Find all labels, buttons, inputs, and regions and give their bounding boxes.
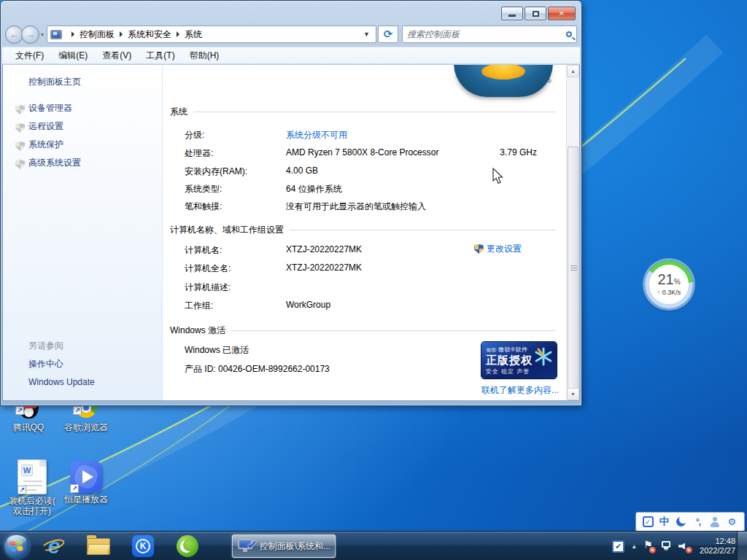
address-bar[interactable]: 控制面板 系统和安全 系统 ▼ [47,26,376,43]
menu-file[interactable]: 文件(F) [8,47,51,64]
row-label: 计算机名: [185,244,222,257]
row-label: 安装内存(RAM): [185,166,247,178]
chinese-mode-icon[interactable]: 中 [659,516,670,528]
desktop-icon-qq[interactable]: ↗ 腾讯QQ [9,405,47,432]
breadcrumb-item-system[interactable]: 系统 [185,28,202,41]
clock[interactable]: 12:48 2022/2/27 [700,537,735,556]
vertical-scrollbar[interactable]: ▲ ▼ [566,65,579,400]
refresh-button[interactable]: ⟳ [378,26,398,43]
taskbar-k-app-icon[interactable]: K [128,532,158,560]
breadcrumb-item-system-security[interactable]: 系统和安全 [128,28,171,41]
active-task-label: 控制面板\系统和... [260,540,330,553]
shield-icon [15,105,25,114]
row-label: 处理器: [185,147,213,160]
settings-gear-icon[interactable]: ⚙ [726,516,738,528]
shortcut-arrow-icon: ↗ [70,484,79,493]
see-also-header: 另请参阅 [28,340,63,352]
sidebar-item-system-protection[interactable]: 系统保护 [28,139,63,151]
desktop-icon-label: 装机后必读(双击打开) [7,496,57,516]
upload-arrow-icon: ↑ [657,289,661,296]
product-id: 产品 ID: 00426-OEM-8992662-00173 [185,363,330,376]
uac-shield-icon [474,244,484,254]
desktop-icon-player[interactable]: ↗ 恒星播放器 [61,461,111,505]
active-task-button[interactable]: ✔ 控制面板\系统和... [232,534,336,558]
clock-time: 12:48 [700,537,735,546]
recent-pages-chevron-icon[interactable]: ▾ [41,31,44,38]
scroll-down-button[interactable]: ▼ [567,388,579,400]
section-header-activation: Windows 激活 [170,324,556,337]
section-header-system: 系统 [170,106,556,118]
taskbar-ie-icon[interactable]: e [39,532,69,560]
row-label: 计算机描述: [185,281,231,294]
menu-view[interactable]: 查看(V) [95,47,139,64]
volume-muted-icon[interactable]: ✕ [678,541,690,552]
sidebar-item-advanced-settings[interactable]: 高级系统设置 [28,157,81,169]
qq-icon: ↗ [15,405,42,421]
sidebar-item-action-center[interactable]: 操作中心 [28,358,63,370]
rating-unavailable-link[interactable]: 系统分级不可用 [286,129,347,141]
menu-help[interactable]: 帮助(H) [182,47,227,64]
network-icon[interactable] [660,541,672,551]
badge-line1: 使用微软®软件 [486,346,533,354]
processor-speed: 3.79 GHz [500,147,537,158]
close-button[interactable]: ✕ [548,7,576,20]
breadcrumb-item-control-panel[interactable]: 控制面板 [80,28,115,41]
address-dropdown-icon[interactable]: ▼ [360,31,373,38]
learn-more-link[interactable]: 联机了解更多内容... [481,384,559,397]
punctuation-icon[interactable]: °, [692,516,704,528]
title-bar[interactable] [1,1,581,24]
breadcrumb-arrow-icon [120,31,123,37]
desktop-icon-readme[interactable]: W ↗ 装机后必读(双击打开) [7,459,57,516]
ime-logo-icon[interactable]: ✓ [643,516,654,527]
sidebar-item-windows-update[interactable]: Windows Update [28,377,95,387]
taskbar-green-browser-icon[interactable] [173,532,202,560]
search-icon[interactable] [566,31,572,37]
restore-button[interactable] [525,7,546,20]
control-panel-icon [50,30,62,39]
search-input[interactable] [407,29,566,39]
change-settings-link[interactable]: 更改设置 [474,243,522,255]
player-icon: ↗ [70,461,102,493]
show-desktop-button[interactable] [737,532,747,560]
shield-icon [15,160,25,169]
minimize-button[interactable] [501,7,523,20]
computer-fullname-value: XTZJ-20220227MK [286,262,362,273]
computer-name-value: XTZJ-20220227MK [286,244,362,254]
menu-tools[interactable]: 工具(T) [139,47,182,64]
input-method-bar[interactable]: ✓ 中 °, ⚙ [635,512,745,532]
menu-bar: 文件(F) 编辑(E) 查看(V) 工具(T) 帮助(H) [2,47,580,64]
desktop-icon-chrome[interactable]: ↗ 谷歌浏览器 [64,405,108,432]
desktop-icon-label: 恒星播放器 [61,494,111,505]
action-center-flag-icon[interactable]: ✕ [643,541,654,552]
net-speed-gauge[interactable]: 21% ↑ 0.3K/s [645,260,693,308]
sidebar-item-remote-settings[interactable]: 远程设置 [28,120,63,133]
explorer-window: ✕ ← → ▾ 控制面板 系统和安全 系统 ▼ ⟳ 文件(F) [0,0,582,406]
sidebar-item-device-manager[interactable]: 设备管理器 [28,102,72,114]
tray-check-icon[interactable]: ✔ [612,540,624,553]
search-box[interactable] [402,26,577,43]
section-header-computer-name: 计算机名称、域和工作组设置 [170,224,556,236]
taskbar-explorer-icon[interactable] [84,532,113,560]
show-hidden-icons-button[interactable]: ▲ [631,543,637,550]
chrome-icon: ↗ [73,405,99,421]
genuine-microsoft-badge[interactable]: 使用微软®软件 正版授权 安全 稳定 声誉 [481,342,557,378]
fullwidth-moon-icon[interactable] [676,516,687,528]
gauge-speed: ↑ 0.3K/s [657,289,681,296]
sidebar-item-control-panel-home[interactable]: 控制面板主页 [28,76,81,88]
start-button[interactable] [4,534,29,559]
desktop-icon-label: 腾讯QQ [9,422,47,432]
menu-edit[interactable]: 编辑(E) [51,47,95,64]
pen-touch-value: 没有可用于此显示器的笔或触控输入 [286,201,426,213]
row-label: 笔和触摸: [185,201,222,213]
shortcut-arrow-icon: ↗ [73,406,82,415]
windows-logo-orb: ® [454,65,553,97]
breadcrumb-arrow-icon [177,31,179,37]
breadcrumb-arrow-icon [71,31,74,37]
activation-status: Windows 已激活 [185,344,249,357]
gauge-percent: 21% [657,273,680,289]
forward-button[interactable]: → [21,26,39,44]
scrollbar-thumb[interactable] [568,147,578,389]
user-icon[interactable] [709,516,721,528]
system-window-icon: ✔ [238,539,255,553]
scroll-up-button[interactable]: ▲ [567,65,579,77]
